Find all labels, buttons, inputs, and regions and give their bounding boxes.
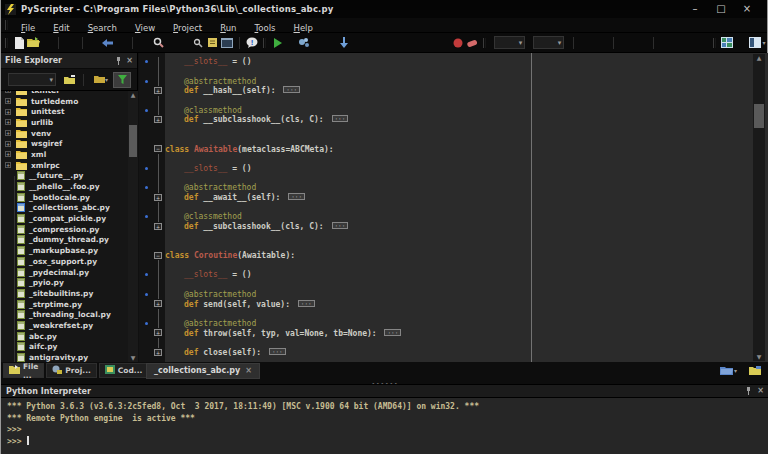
tree-folder-wsgiref[interactable]: +wsgiref [1,138,128,149]
tree-file-antigravity.py[interactable]: antigravity.py [1,352,128,362]
interpreter-pin-icon[interactable] [745,387,752,395]
code-line[interactable]: @abstractmethod [139,76,768,86]
code-line[interactable] [139,309,768,319]
code-line[interactable]: @abstractmethod [139,319,768,329]
tree-file-_strptime.py[interactable]: _strptime.py [1,299,128,310]
engine-combo[interactable]: ▾ [533,36,564,49]
layout-view-icon[interactable]: ▾ [747,35,767,50]
interpreter-close-icon[interactable]: × [757,387,764,395]
expand-icon[interactable]: + [5,151,11,157]
pin-icon[interactable] [115,57,122,65]
run-config-combo[interactable]: ▾ [494,36,525,49]
stop-macro-icon[interactable] [465,35,479,50]
code-line[interactable]: __slots__ = () [139,57,768,67]
tree-file-__future__.py[interactable]: __future__.py [1,171,128,182]
code-line[interactable]: @classmethod [139,212,768,222]
new-file-icon[interactable] [12,35,26,50]
editor-window-icon[interactable] [220,35,234,50]
code-line[interactable] [139,173,768,183]
todo-list-icon[interactable] [205,35,219,50]
folder-options-icon[interactable]: ▾ [89,72,113,88]
code-editor[interactable]: __slots__ = ()@abstractmethod+def __hash… [139,53,768,362]
messages-icon[interactable]: ! [245,35,259,50]
fold-toggle-icon[interactable]: + [154,349,162,356]
open-file-icon[interactable] [26,35,40,50]
code-line[interactable]: @classmethod [139,105,768,115]
tree-folder-unittest[interactable]: +unittest [1,106,128,117]
panel-tab-proj[interactable]: Proj... [46,363,96,378]
fold-toggle-icon[interactable]: + [154,87,162,94]
code-line[interactable]: __slots__ = () [139,164,768,174]
panel-tab-file[interactable]: File ... [3,363,44,378]
close-tab-icon[interactable]: × [245,366,252,375]
code-line[interactable]: +def __subclasshook__(cls, C): ··· [139,222,768,232]
tree-file-_markupbase.py[interactable]: _markupbase.py [1,245,128,256]
code-line[interactable]: +def send(self, value): ··· [139,299,768,309]
expand-icon[interactable]: + [5,98,11,104]
tree-file-_weakrefset.py[interactable]: _weakrefset.py [1,320,128,331]
minimize-button[interactable]: – [689,4,701,14]
explorer-scrollbar[interactable]: ▲ ▼ [128,91,138,362]
code-line[interactable] [139,125,768,135]
tree-file-_pydecimal.py[interactable]: _pydecimal.py [1,267,128,278]
back-arrow-icon[interactable] [100,35,114,50]
new-folder-icon[interactable] [60,72,78,88]
interpreter-console[interactable]: *** Python 3.6.3 (v3.6.3:2c5fed8, Oct 3 … [1,398,768,454]
code-line[interactable] [139,338,768,348]
path-combo[interactable]: ▾ [8,73,56,86]
fold-toggle-icon[interactable]: + [154,116,162,123]
fold-toggle-icon[interactable]: + [154,329,162,336]
code-line[interactable] [139,280,768,290]
tree-file-_compat_pickle.py[interactable]: _compat_pickle.py [1,213,128,224]
step-icon[interactable] [337,35,351,50]
code-line[interactable] [139,135,768,145]
maximize-button[interactable]: □ [715,4,727,14]
expand-icon[interactable]: + [5,141,11,147]
code-line[interactable] [139,241,768,251]
code-line[interactable]: @abstractmethod [139,183,768,193]
fold-toggle-icon[interactable]: + [154,300,162,307]
close-panel-icon[interactable]: × [126,57,133,65]
tree-file-_bootlocale.py[interactable]: _bootlocale.py [1,192,128,203]
fold-toggle-icon[interactable]: − [154,252,162,259]
code-line[interactable] [139,231,768,241]
expand-icon[interactable]: + [5,162,11,168]
code-line[interactable]: +def throw(self, typ, val=None, tb=None)… [139,328,768,338]
tree-folder-xml[interactable]: +xml [1,149,128,160]
code-line[interactable]: +def close(self): ··· [139,348,768,358]
close-button[interactable]: × [741,4,753,14]
tree-folder-xmlrpc[interactable]: +xmlrpc [1,160,128,171]
code-line[interactable] [139,260,768,270]
tree-file-__phello__.foo.py[interactable]: __phello__.foo.py [1,181,128,192]
tree-file-_dummy_thread.py[interactable]: _dummy_thread.py [1,235,128,246]
grid-view-icon[interactable] [720,35,734,50]
tree-file-_osx_support.py[interactable]: _osx_support.py [1,256,128,267]
tree-file-_compression.py[interactable]: _compression.py [1,224,128,235]
code-line[interactable] [139,67,768,77]
editor-tab[interactable]: _collections_abc.py × [146,363,260,379]
tree-file-aifc.py[interactable]: aifc.py [1,342,128,353]
code-line[interactable]: @abstractmethod [139,290,768,300]
panel-tab-cod[interactable]: Cod... [99,363,149,378]
file-browser-icon[interactable] [749,361,761,380]
expand-icon[interactable]: + [5,130,11,136]
code-line[interactable]: +def __subclasshook__(cls, C): ··· [139,115,768,125]
editor-scrollbar[interactable]: ▲ ▼ [753,54,765,361]
expand-icon[interactable]: + [5,91,11,93]
tree-folder-turtledemo[interactable]: +turtledemo [1,96,128,107]
fold-toggle-icon[interactable]: + [154,223,162,230]
code-line[interactable] [139,154,768,164]
tree-file-_sitebuiltins.py[interactable]: _sitebuiltins.py [1,288,128,299]
tree-folder-urllib[interactable]: +urllib [1,117,128,128]
find-in-files-icon[interactable] [191,35,205,50]
new-editor-window-icon[interactable]: ▾ [720,366,737,376]
tree-file-abc.py[interactable]: abc.py [1,331,128,342]
filter-icon[interactable] [113,72,131,88]
tree-file-_collections_abc.py[interactable]: _collections_abc.py [1,203,128,214]
code-line[interactable] [139,96,768,106]
fold-toggle-icon[interactable]: + [154,194,162,201]
debug-icon[interactable] [297,35,311,50]
code-line[interactable]: −class Coroutine(Awaitable): [139,251,768,261]
record-macro-icon[interactable] [451,35,465,50]
fold-toggle-icon[interactable]: − [154,145,162,152]
